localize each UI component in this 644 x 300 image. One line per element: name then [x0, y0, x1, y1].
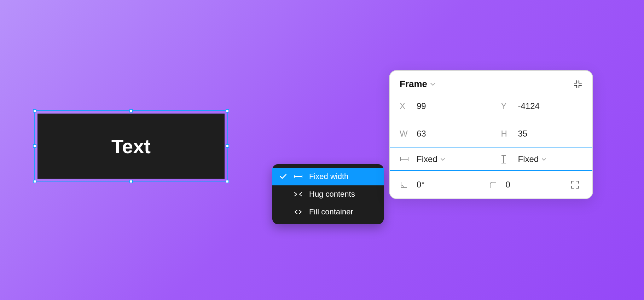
horizontal-sizing-icon — [400, 157, 410, 162]
resize-handle-bottom-right[interactable] — [226, 180, 229, 183]
chevron-down-icon — [440, 158, 445, 161]
chevron-down-icon — [541, 158, 546, 161]
vertical-sizing-icon — [501, 155, 512, 164]
y-position-field[interactable]: Y -4124 — [491, 92, 593, 120]
h-value: 35 — [518, 129, 528, 139]
x-position-field[interactable]: X 99 — [390, 92, 491, 120]
frame-type-dropdown[interactable]: Frame — [400, 79, 436, 90]
width-field[interactable]: W 63 — [390, 120, 491, 148]
x-label: X — [400, 101, 410, 111]
fill-container-icon — [294, 209, 303, 214]
menu-item-fixed-width[interactable]: Fixed width — [272, 168, 384, 185]
fixed-width-icon — [294, 174, 303, 179]
resize-handle-top-left[interactable] — [33, 109, 36, 112]
frame-text-content[interactable]: Text — [111, 135, 151, 158]
properties-panel: Frame X 99 Y -4124 W 63 H 35 — [389, 70, 593, 199]
sizing-section: Fixed Fixed — [390, 148, 592, 171]
resize-handle-top-middle[interactable] — [129, 109, 133, 112]
y-label: Y — [501, 101, 512, 111]
menu-item-label: Hug contents — [309, 190, 377, 199]
collapse-icon[interactable] — [573, 80, 582, 89]
transform-section: 0° 0 — [390, 171, 592, 198]
y-value: -4124 — [518, 101, 540, 111]
resize-handle-right-middle[interactable] — [226, 144, 229, 148]
menu-item-label: Fixed width — [309, 172, 377, 181]
w-label: W — [400, 129, 410, 139]
rotation-field[interactable]: 0° — [390, 171, 479, 198]
rotation-value: 0° — [417, 180, 425, 190]
menu-item-fill-container[interactable]: Fill container — [272, 203, 384, 221]
properties-header: Frame — [390, 71, 592, 92]
chevron-down-icon — [430, 82, 436, 86]
menu-item-hug-contents[interactable]: Hug contents — [272, 185, 384, 203]
check-icon — [279, 174, 287, 179]
panel-title: Frame — [400, 79, 427, 90]
angle-icon — [400, 180, 410, 189]
menu-item-label: Fill container — [309, 207, 377, 217]
h-label: H — [501, 129, 512, 139]
corner-radius-icon — [489, 181, 499, 189]
resize-handle-bottom-middle[interactable] — [129, 180, 133, 183]
vertical-sizing-value: Fixed — [518, 154, 539, 164]
vertical-sizing-dropdown[interactable]: Fixed — [491, 148, 593, 170]
hug-contents-icon — [294, 192, 303, 197]
resize-handle-top-right[interactable] — [226, 109, 229, 112]
corner-radius-value: 0 — [506, 180, 510, 190]
corner-radius-field[interactable]: 0 — [479, 171, 568, 198]
w-value: 63 — [417, 129, 426, 139]
x-value: 99 — [417, 101, 426, 111]
horizontal-sizing-value: Fixed — [417, 154, 437, 164]
selected-frame[interactable]: Text — [34, 110, 228, 182]
sizing-context-menu: Fixed width Hug contents Fill container — [272, 164, 384, 224]
height-field[interactable]: H 35 — [491, 120, 593, 148]
frame-background[interactable]: Text — [37, 114, 225, 179]
individual-corners-button[interactable] — [568, 180, 592, 189]
resize-handle-left-middle[interactable] — [33, 144, 36, 148]
horizontal-sizing-dropdown[interactable]: Fixed — [390, 148, 491, 170]
resize-handle-bottom-left[interactable] — [33, 180, 36, 183]
